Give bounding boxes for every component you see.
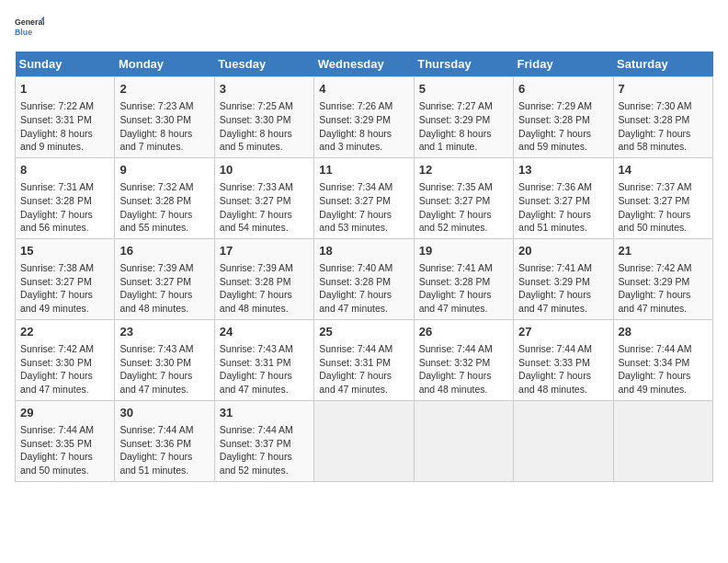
calendar-cell: 24Sunrise: 7:43 AM Sunset: 3:31 PM Dayli… [214, 319, 313, 400]
day-number: 8 [20, 162, 109, 178]
svg-text:Blue: Blue [15, 28, 32, 37]
day-number: 18 [319, 243, 408, 259]
day-info: Sunrise: 7:29 AM Sunset: 3:28 PM Dayligh… [518, 99, 608, 154]
calendar-cell: 22Sunrise: 7:42 AM Sunset: 3:30 PM Dayli… [16, 319, 115, 400]
day-number: 16 [119, 243, 209, 259]
day-info: Sunrise: 7:27 AM Sunset: 3:29 PM Dayligh… [419, 99, 508, 154]
day-info: Sunrise: 7:44 AM Sunset: 3:31 PM Dayligh… [319, 342, 408, 396]
day-info: Sunrise: 7:44 AM Sunset: 3:35 PM Dayligh… [20, 423, 109, 477]
day-info: Sunrise: 7:42 AM Sunset: 3:30 PM Dayligh… [20, 342, 109, 396]
day-number: 21 [619, 243, 708, 259]
calendar-cell: 21Sunrise: 7:42 AM Sunset: 3:29 PM Dayli… [613, 238, 712, 319]
calendar-cell: 17Sunrise: 7:39 AM Sunset: 3:28 PM Dayli… [214, 238, 313, 319]
calendar-cell: 1Sunrise: 7:22 AM Sunset: 3:31 PM Daylig… [16, 77, 115, 158]
calendar-cell: 29Sunrise: 7:44 AM Sunset: 3:35 PM Dayli… [16, 400, 115, 481]
calendar-cell: 25Sunrise: 7:44 AM Sunset: 3:31 PM Dayli… [314, 319, 414, 400]
day-info: Sunrise: 7:41 AM Sunset: 3:29 PM Dayligh… [518, 261, 608, 316]
col-header-saturday: Saturday [613, 52, 712, 77]
calendar-cell: 6Sunrise: 7:29 AM Sunset: 3:28 PM Daylig… [514, 77, 613, 158]
col-header-thursday: Thursday [414, 52, 513, 77]
header-row: SundayMondayTuesdayWednesdayThursdayFrid… [16, 52, 713, 77]
day-number: 14 [619, 162, 708, 178]
day-info: Sunrise: 7:41 AM Sunset: 3:28 PM Dayligh… [419, 261, 508, 316]
col-header-sunday: Sunday [16, 52, 115, 77]
day-number: 25 [319, 324, 408, 340]
day-info: Sunrise: 7:44 AM Sunset: 3:33 PM Dayligh… [518, 342, 608, 396]
day-number: 1 [20, 81, 109, 98]
day-info: Sunrise: 7:44 AM Sunset: 3:36 PM Dayligh… [119, 423, 209, 477]
calendar-cell: 7Sunrise: 7:30 AM Sunset: 3:28 PM Daylig… [613, 77, 712, 158]
day-info: Sunrise: 7:23 AM Sunset: 3:30 PM Dayligh… [119, 99, 209, 154]
day-number: 29 [20, 405, 109, 421]
day-number: 13 [518, 162, 608, 178]
day-info: Sunrise: 7:35 AM Sunset: 3:27 PM Dayligh… [419, 180, 508, 235]
calendar-cell: 5Sunrise: 7:27 AM Sunset: 3:29 PM Daylig… [414, 77, 513, 158]
day-number: 24 [220, 324, 309, 340]
day-info: Sunrise: 7:44 AM Sunset: 3:37 PM Dayligh… [220, 423, 309, 477]
day-number: 22 [20, 324, 109, 340]
week-row-4: 22Sunrise: 7:42 AM Sunset: 3:30 PM Dayli… [16, 319, 713, 400]
day-info: Sunrise: 7:44 AM Sunset: 3:32 PM Dayligh… [419, 342, 508, 396]
calendar-cell [613, 400, 712, 481]
calendar-cell: 12Sunrise: 7:35 AM Sunset: 3:27 PM Dayli… [414, 157, 513, 238]
day-info: Sunrise: 7:40 AM Sunset: 3:28 PM Dayligh… [319, 261, 408, 316]
week-row-1: 1Sunrise: 7:22 AM Sunset: 3:31 PM Daylig… [16, 77, 713, 158]
calendar-cell: 18Sunrise: 7:40 AM Sunset: 3:28 PM Dayli… [314, 238, 414, 319]
day-number: 30 [119, 405, 209, 421]
day-info: Sunrise: 7:39 AM Sunset: 3:28 PM Dayligh… [220, 261, 309, 316]
day-number: 4 [319, 81, 408, 98]
header: General Blue [15, 15, 713, 44]
day-info: Sunrise: 7:32 AM Sunset: 3:28 PM Dayligh… [119, 180, 209, 235]
logo: General Blue [15, 15, 44, 44]
week-row-2: 8Sunrise: 7:31 AM Sunset: 3:28 PM Daylig… [16, 157, 713, 238]
col-header-tuesday: Tuesday [214, 52, 313, 77]
calendar-cell: 23Sunrise: 7:43 AM Sunset: 3:30 PM Dayli… [115, 319, 214, 400]
day-info: Sunrise: 7:43 AM Sunset: 3:31 PM Dayligh… [220, 342, 309, 396]
day-info: Sunrise: 7:43 AM Sunset: 3:30 PM Dayligh… [119, 342, 209, 396]
day-info: Sunrise: 7:36 AM Sunset: 3:27 PM Dayligh… [518, 180, 608, 235]
day-number: 26 [419, 324, 508, 340]
calendar-cell: 10Sunrise: 7:33 AM Sunset: 3:27 PM Dayli… [214, 157, 313, 238]
calendar-cell: 30Sunrise: 7:44 AM Sunset: 3:36 PM Dayli… [115, 400, 214, 481]
day-number: 27 [518, 324, 608, 340]
calendar-cell [514, 400, 613, 481]
calendar-table: SundayMondayTuesdayWednesdayThursdayFrid… [15, 52, 713, 482]
day-info: Sunrise: 7:42 AM Sunset: 3:29 PM Dayligh… [619, 261, 708, 316]
calendar-cell: 8Sunrise: 7:31 AM Sunset: 3:28 PM Daylig… [16, 157, 115, 238]
day-number: 7 [619, 81, 708, 98]
col-header-friday: Friday [514, 52, 613, 77]
day-number: 23 [119, 324, 209, 340]
calendar-cell [314, 400, 414, 481]
day-number: 10 [220, 162, 309, 178]
week-row-3: 15Sunrise: 7:38 AM Sunset: 3:27 PM Dayli… [16, 238, 713, 319]
day-number: 11 [319, 162, 408, 178]
day-number: 31 [220, 405, 309, 421]
calendar-cell [414, 400, 513, 481]
day-number: 20 [518, 243, 608, 259]
calendar-cell: 14Sunrise: 7:37 AM Sunset: 3:27 PM Dayli… [613, 157, 712, 238]
calendar-cell: 15Sunrise: 7:38 AM Sunset: 3:27 PM Dayli… [16, 238, 115, 319]
day-info: Sunrise: 7:26 AM Sunset: 3:29 PM Dayligh… [319, 99, 408, 154]
day-number: 19 [419, 243, 508, 259]
col-header-wednesday: Wednesday [314, 52, 414, 77]
day-number: 15 [20, 243, 109, 259]
calendar-cell: 3Sunrise: 7:25 AM Sunset: 3:30 PM Daylig… [214, 77, 313, 158]
day-info: Sunrise: 7:31 AM Sunset: 3:28 PM Dayligh… [20, 180, 109, 235]
day-number: 28 [619, 324, 708, 340]
day-info: Sunrise: 7:33 AM Sunset: 3:27 PM Dayligh… [220, 180, 309, 235]
svg-text:General: General [15, 17, 44, 27]
week-row-5: 29Sunrise: 7:44 AM Sunset: 3:35 PM Dayli… [16, 400, 713, 481]
day-info: Sunrise: 7:44 AM Sunset: 3:34 PM Dayligh… [619, 342, 708, 396]
day-number: 6 [518, 81, 608, 98]
day-number: 9 [119, 162, 209, 178]
day-number: 5 [419, 81, 508, 98]
calendar-cell: 4Sunrise: 7:26 AM Sunset: 3:29 PM Daylig… [314, 77, 414, 158]
calendar-cell: 19Sunrise: 7:41 AM Sunset: 3:28 PM Dayli… [414, 238, 513, 319]
day-number: 12 [419, 162, 508, 178]
day-number: 2 [119, 81, 209, 98]
day-info: Sunrise: 7:25 AM Sunset: 3:30 PM Dayligh… [220, 99, 309, 154]
calendar-cell: 16Sunrise: 7:39 AM Sunset: 3:27 PM Dayli… [115, 238, 214, 319]
calendar-cell: 13Sunrise: 7:36 AM Sunset: 3:27 PM Dayli… [514, 157, 613, 238]
calendar-cell: 20Sunrise: 7:41 AM Sunset: 3:29 PM Dayli… [514, 238, 613, 319]
calendar-cell: 28Sunrise: 7:44 AM Sunset: 3:34 PM Dayli… [613, 319, 712, 400]
